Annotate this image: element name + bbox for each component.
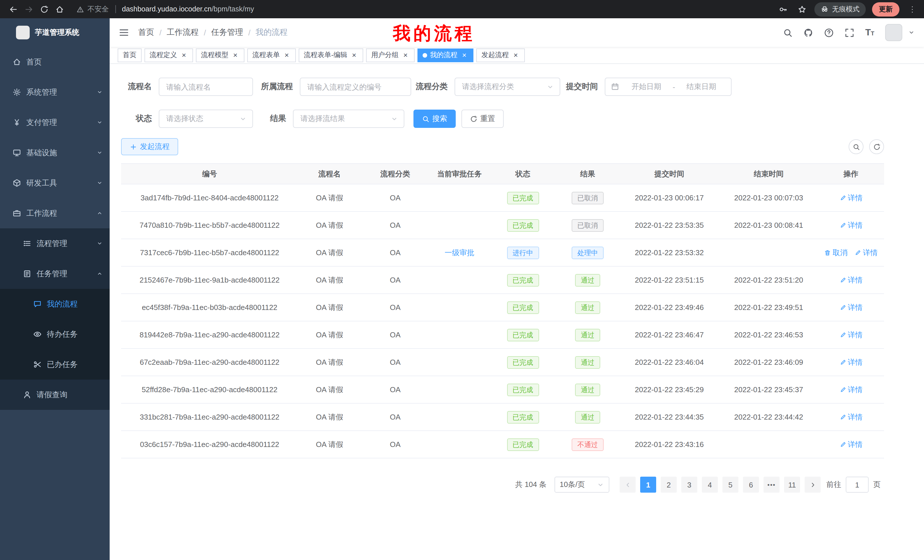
refresh-table-button[interactable] [869,139,884,154]
breadcrumb-item[interactable]: 首页 [138,27,154,38]
toggle-search-button[interactable] [849,139,864,154]
tab-user-group[interactable]: 用户分组× [366,48,415,62]
tab-process-model[interactable]: 流程模型× [196,48,244,62]
breadcrumb-item[interactable]: 任务管理 [211,27,243,38]
close-icon[interactable]: × [350,51,358,59]
sidebar-item-payment[interactable]: 支付管理 [0,107,110,138]
github-icon[interactable] [804,28,813,37]
font-size-icon[interactable]: TT [865,27,874,38]
cell-process-name: OA 请假 [298,403,361,431]
status-select[interactable]: 请选择状态 [159,109,253,128]
tab-process-definition[interactable]: 流程定义× [144,48,193,62]
page-button-6[interactable]: 6 [743,477,759,493]
page-button-5[interactable]: 5 [722,477,738,493]
security-label[interactable]: 不安全 [87,4,109,14]
detail-link[interactable]: 详情 [839,357,862,367]
page-button-3[interactable]: 3 [681,477,697,493]
address-bar[interactable]: 不安全 dashboard.yudao.iocoder.cn/bpm/task/… [72,2,772,16]
detail-link[interactable]: 详情 [839,275,862,285]
sidebar-item-home[interactable]: 首页 [0,47,110,77]
forward-icon[interactable] [21,1,36,17]
avatar[interactable] [885,24,902,41]
process-name-input[interactable] [159,78,253,96]
cell-status: 已完成 [489,321,556,349]
cancel-link[interactable]: 取消 [824,247,848,258]
detail-link[interactable]: 详情 [839,439,862,449]
sidebar-item-done-tasks[interactable]: 已办任务 [0,349,110,380]
cell-status: 已完成 [489,266,556,294]
detail-link[interactable]: 详情 [854,247,878,258]
detail-link[interactable]: 详情 [839,220,862,231]
sidebar-item-my-process[interactable]: 我的流程 [0,289,110,319]
hamburger-icon[interactable] [119,27,129,38]
sidebar-item-devtools[interactable]: 研发工具 [0,168,110,198]
page-button-11[interactable]: 11 [784,477,800,493]
browser-menu-icon[interactable] [906,3,918,15]
cell-current-task [429,266,489,294]
detail-link[interactable]: 详情 [839,329,862,340]
eye-icon [33,330,42,338]
sidebar-item-task-mgmt[interactable]: 任务管理 [0,259,110,289]
cell-category: OA [361,294,429,321]
tab-my-process[interactable]: 我的流程× [417,48,473,62]
page-button-2[interactable]: 2 [661,477,677,493]
process-def-input[interactable] [300,78,411,96]
page-button-1[interactable]: 1 [640,477,656,493]
key-icon[interactable] [777,3,789,15]
sidebar-item-workflow[interactable]: 工作流程 [0,198,110,228]
search-button[interactable]: 搜索 [414,109,456,128]
detail-link[interactable]: 详情 [839,385,862,395]
sidebar-item-todo-tasks[interactable]: 待办任务 [0,319,110,349]
cell-submit-time: 2022-01-22 23:44:35 [619,403,720,431]
next-page-button[interactable] [805,477,820,493]
sidebar-item-infrastructure[interactable]: 基础设施 [0,138,110,168]
browser-home-icon[interactable] [52,1,68,17]
category-select[interactable]: 请选择流程分类 [454,78,560,96]
back-icon[interactable] [6,1,21,17]
close-icon[interactable]: × [402,51,410,59]
cube-icon [13,179,21,187]
status-tag: 已完成 [507,383,539,396]
submit-time-range-picker[interactable]: 开始日期 - 结束日期 [605,78,732,96]
sidebar-item-leave-query[interactable]: 请假查询 [0,380,110,410]
sidebar-item-process-mgmt[interactable]: 流程管理 [0,228,110,259]
detail-link[interactable]: 详情 [839,412,862,422]
app-logo[interactable]: 芋道管理系统 [0,18,110,47]
close-icon[interactable]: × [460,51,468,59]
bookmark-star-icon[interactable] [795,3,808,15]
detail-link[interactable]: 详情 [839,193,862,203]
sidebar-item-system[interactable]: 系统管理 [0,77,110,107]
chevron-down-icon [597,481,604,488]
close-icon[interactable]: × [283,51,291,59]
close-icon[interactable]: × [180,51,188,59]
toolbar-right [849,139,884,154]
tab-home[interactable]: 首页 [118,48,142,62]
current-task-link[interactable]: 一级审批 [445,248,474,257]
close-icon[interactable]: × [512,51,520,59]
reset-button[interactable]: 重置 [461,109,504,128]
update-button[interactable]: 更新 [872,2,900,16]
divider [115,5,116,13]
reload-icon[interactable] [36,1,52,17]
goto-page-input[interactable] [846,477,868,493]
breadcrumb-item[interactable]: 工作流程 [167,27,199,38]
prev-page-button[interactable] [620,477,636,493]
chevron-down-icon[interactable] [908,29,915,36]
search-icon[interactable] [783,28,793,37]
result-tag: 通过 [575,411,600,423]
result-select[interactable]: 请选择流结果 [293,109,404,128]
tab-process-form[interactable]: 流程表单× [247,48,296,62]
table-section: 发起流程 编号流程名流程分类当前审批任务状态结果提交时间结束时间操作 3ad17… [121,138,884,493]
more-pages-icon[interactable]: ••• [764,477,780,493]
fullscreen-icon[interactable] [844,28,854,37]
create-process-button[interactable]: 发起流程 [121,138,178,155]
tab-start-process[interactable]: 发起流程× [476,48,525,62]
page-size-select[interactable]: 10条/页 [555,477,609,493]
scissors-icon [33,360,42,369]
tab-process-form-edit[interactable]: 流程表单-编辑× [298,48,363,62]
help-icon[interactable] [824,28,834,37]
cell-id: 331bc281-7b9a-11ec-a290-acde48001122 [121,403,298,431]
page-button-4[interactable]: 4 [702,477,718,493]
detail-link[interactable]: 详情 [839,302,862,313]
close-icon[interactable]: × [231,51,239,59]
